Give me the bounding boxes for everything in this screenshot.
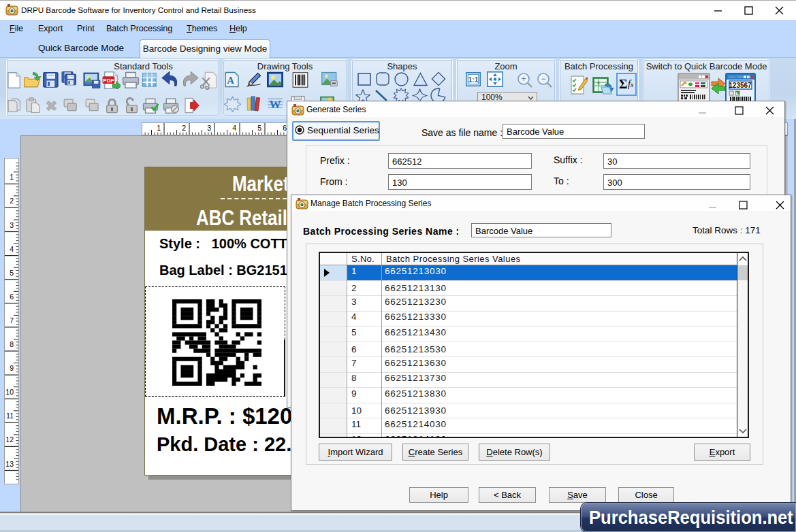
svg-text:4: 4 — [10, 245, 14, 253]
svg-text:5: 5 — [10, 269, 14, 277]
svg-text:x: x — [597, 80, 600, 85]
svg-text:W: W — [269, 97, 281, 110]
svg-text:4: 4 — [232, 124, 236, 132]
svg-text:3: 3 — [10, 221, 14, 229]
svg-text:2: 2 — [182, 124, 186, 132]
svg-text:10: 10 — [5, 388, 14, 396]
svg-text:1:1: 1:1 — [468, 76, 478, 84]
svg-text:6: 6 — [10, 293, 14, 301]
svg-text:A: A — [227, 75, 235, 86]
svg-text:PDF: PDF — [103, 78, 114, 84]
svg-text:−: − — [541, 74, 545, 84]
svg-text:+: + — [521, 74, 526, 84]
svg-text:8: 8 — [10, 340, 14, 348]
svg-text:UNCOMPATIBI: UNCOMPATIBI — [728, 75, 751, 79]
svg-text:1: 1 — [157, 124, 161, 132]
svg-text:5: 5 — [257, 124, 261, 132]
svg-text:9: 9 — [10, 364, 14, 372]
svg-text:2: 2 — [10, 197, 14, 205]
svg-text:7: 7 — [10, 316, 14, 325]
svg-text:3: 3 — [207, 124, 211, 132]
svg-text:123567: 123567 — [729, 82, 752, 89]
svg-text:1: 1 — [10, 173, 14, 181]
svg-text:11: 11 — [6, 412, 14, 420]
svg-text:12: 12 — [5, 435, 14, 444]
svg-text:13: 13 — [5, 460, 14, 468]
